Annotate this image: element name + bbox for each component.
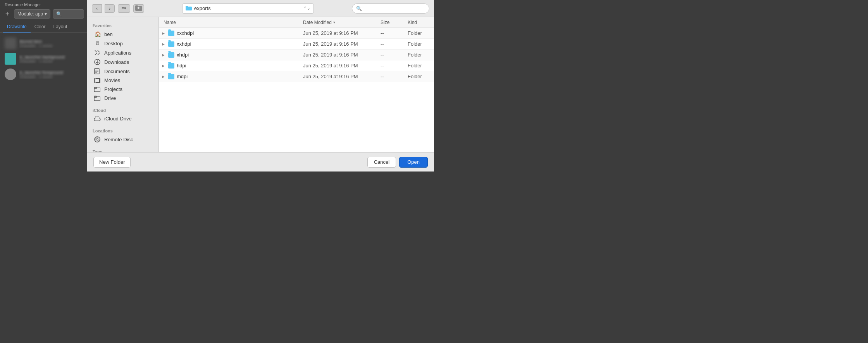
file-date-cell: Jun 25, 2019 at 9:16 PM [298,41,376,47]
search-icon: 🔍 [56,11,62,17]
cancel-button[interactable]: Cancel [367,157,396,168]
forward-arrow-icon: › [109,6,110,11]
table-row[interactable]: ▶ hdpi Jun 25, 2019 at 9:16 PM -- Folder [159,60,434,71]
row-expand-icon: ▶ [162,42,166,46]
file-date-cell: Jun 25, 2019 at 9:16 PM [298,30,376,36]
sidebar-item-ben[interactable]: 🏠 ben [89,29,157,39]
list-item[interactable]: blurred item Drawable · 1 vector [0,36,87,51]
dialog-content: Favorites 🏠 ben 🖥 Desktop Appl [87,17,434,152]
file-size-cell: -- [376,52,403,58]
svg-line-6 [95,50,97,52]
module-dropdown[interactable]: Module: app ▾ [14,9,50,19]
file-name-cell: ▶ xxxhdpi [159,30,298,36]
file-name-cell: ▶ mdpi [159,74,298,79]
file-name-cell: ▶ xhdpi [159,52,298,58]
tab-layout[interactable]: Layout [49,22,71,33]
menu-icon: ≡▾ [122,6,126,11]
row-expand-icon: ▶ [162,31,166,35]
icloud-section-label: iCloud [87,105,158,114]
list-item[interactable]: ic_launcher foreground Drawable · 1 vect… [0,67,87,82]
table-row[interactable]: ▶ xhdpi Jun 25, 2019 at 9:16 PM -- Folde… [159,50,434,60]
left-toolbar: + Module: app ▾ 🔍 [0,8,87,22]
desktop-icon: 🖥 [94,40,101,46]
list-item[interactable]: ic_launcher background Drawable · 1 vect… [0,51,87,67]
documents-icon [94,68,101,74]
sidebar-item-projects[interactable]: Projects [89,85,157,94]
location-sort-icon: ⌃⌄ [303,6,310,11]
sidebar-item-desktop[interactable]: 🖥 Desktop [89,39,157,48]
file-size-cell: -- [376,63,403,69]
add-resource-button[interactable]: + [3,10,12,18]
resource-list: blurred item Drawable · 1 vector ic_laun… [0,33,87,172]
new-folder-icon-button[interactable] [133,4,144,13]
left-search-box[interactable]: 🔍 [53,9,84,19]
forward-button[interactable]: › [105,4,115,13]
kind-column-header[interactable]: Kind [403,20,434,25]
file-kind-cell: Folder [403,41,434,47]
size-column-header[interactable]: Size [376,20,403,25]
row-expand-icon: ▶ [162,75,166,79]
sidebar-item-label: Documents [104,69,130,74]
sidebar-item-label: Remote Disc [104,137,133,142]
table-row[interactable]: ▶ mdpi Jun 25, 2019 at 9:16 PM -- Folder [159,71,434,82]
name-column-header[interactable]: Name [159,20,298,25]
tab-drawable[interactable]: Drawable [3,22,31,33]
folder-icon [168,41,174,47]
svg-rect-20 [96,82,99,83]
bottom-action-buttons: Cancel Open [367,157,428,168]
file-dialog: ‹ › ≡▾ expor [87,0,434,172]
file-kind-cell: Folder [403,74,434,79]
date-column-header[interactable]: Date Modified ▾ [298,20,376,25]
sidebar-item-movies[interactable]: Movies [89,76,157,85]
sidebar-item-label: iCloud Drive [104,116,132,122]
file-size-cell: -- [376,41,403,47]
dialog-toolbar: ‹ › ≡▾ expor [87,0,434,17]
svg-rect-1 [135,5,138,7]
table-row[interactable]: ▶ xxxhdpi Jun 25, 2019 at 9:16 PM -- Fol… [159,28,434,39]
tab-color[interactable]: Color [31,22,50,33]
table-row[interactable]: ▶ xxhdpi Jun 25, 2019 at 9:16 PM -- Fold… [159,39,434,50]
svg-line-9 [98,53,100,55]
resource-name: blurred item [19,39,83,44]
back-button[interactable]: ‹ [92,4,102,13]
folder-icon [168,63,174,69]
file-kind-cell: Folder [403,30,434,36]
row-expand-icon: ▶ [162,64,166,68]
open-button[interactable]: Open [399,157,428,168]
applications-icon [94,50,101,56]
sidebar-item-label: Applications [104,50,131,56]
sidebar-item-drive[interactable]: Drive [89,94,157,103]
file-name: xxxhdpi [177,30,194,36]
sidebar-item-icloud-drive[interactable]: iCloud Drive [89,114,157,123]
search-icon: 🔍 [356,6,362,11]
sidebar-item-downloads[interactable]: Downloads [89,57,157,67]
new-folder-button[interactable]: New Folder [93,157,131,168]
resource-name: ic_launcher foreground [19,70,83,75]
resource-info: ic_launcher background Drawable · 1 vect… [19,55,83,63]
location-bar[interactable]: exports ⌃⌄ [182,3,314,14]
sidebar-item-documents[interactable]: Documents [89,67,157,76]
view-menu-button[interactable]: ≡▾ [118,4,130,13]
file-size-cell: -- [376,74,403,79]
search-bar[interactable]: 🔍 [352,3,429,14]
dialog-bottom-bar: New Folder Cancel Open [87,152,434,172]
disc-icon [94,136,101,142]
svg-rect-19 [96,78,99,79]
downloads-icon [94,59,101,65]
file-date-cell: Jun 25, 2019 at 9:16 PM [298,63,376,69]
icloud-icon [94,117,101,121]
file-name: xxhdpi [177,41,191,47]
sidebar-item-applications[interactable]: Applications [89,48,157,57]
resource-thumbnail [5,53,16,65]
resource-info: blurred item Drawable · 1 vector [19,39,83,48]
svg-rect-5 [186,6,188,7]
tags-section-label: Tags [87,146,158,152]
resource-tabs: Drawable Color Layout [0,22,87,33]
svg-rect-17 [95,78,95,83]
file-name: xhdpi [177,52,189,58]
folder-icon [168,52,174,58]
resource-thumbnail [5,69,16,80]
sidebar-item-label: Downloads [104,59,129,65]
favorites-section-label: Favorites [87,20,158,29]
sidebar-item-remote-disc[interactable]: Remote Disc [89,135,157,144]
